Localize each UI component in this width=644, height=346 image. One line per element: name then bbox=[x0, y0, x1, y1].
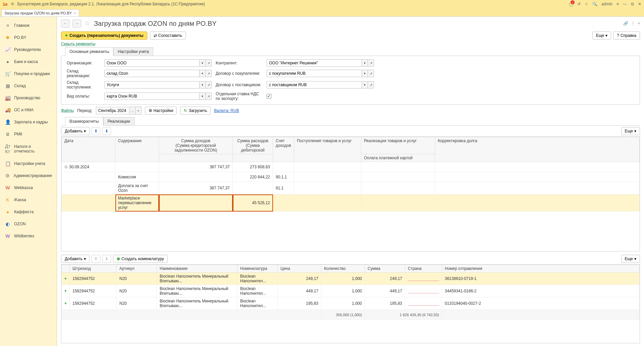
period-spinner-icon[interactable]: ÷ bbox=[136, 107, 142, 115]
dog-pok-input[interactable]: ▾↗ bbox=[267, 70, 374, 77]
dropdown-icon[interactable]: ▾ bbox=[362, 70, 368, 77]
country-empty-field[interactable] bbox=[408, 289, 439, 293]
open-ref-icon[interactable]: ↗ bbox=[368, 59, 374, 67]
open-ref-icon[interactable]: ↗ bbox=[206, 70, 212, 77]
settings-icon[interactable]: ≡ bbox=[616, 2, 619, 6]
period-input[interactable]: … ÷ bbox=[96, 107, 142, 115]
hide-requisites-link[interactable]: Скрыть реквизиты bbox=[57, 41, 644, 47]
history-icon[interactable]: ↺ bbox=[577, 2, 581, 6]
move-down-button[interactable]: ⬇ bbox=[102, 127, 111, 135]
dropdown-icon[interactable]: ▾ bbox=[362, 59, 368, 67]
sidebar-item-6[interactable]: 🏭Производство bbox=[0, 92, 57, 104]
open-ref-icon[interactable]: ↗ bbox=[206, 59, 212, 67]
move-up-button[interactable]: ⬆ bbox=[92, 127, 100, 135]
currency-link[interactable]: Валюта: RUB bbox=[214, 108, 239, 113]
help-button[interactable]: ? Справка bbox=[613, 32, 640, 40]
items-table[interactable]: Штрихкод Артикул Наименование Номенклату… bbox=[61, 264, 640, 343]
dropdown-icon[interactable]: ▾ bbox=[200, 93, 206, 100]
sklad-post-input[interactable]: ▾↗ bbox=[104, 81, 212, 89]
kebab-icon[interactable]: ⋮ bbox=[631, 21, 635, 26]
dropdown-icon[interactable]: ▾ bbox=[200, 59, 206, 67]
settings-button[interactable]: ⚙Настройки bbox=[145, 107, 177, 115]
sidebar-item-14[interactable]: KiKassa bbox=[0, 194, 57, 206]
table-row[interactable]: Доплата за счет Ozon 387 747,37 91.1 bbox=[62, 182, 640, 194]
notification-bell-icon[interactable]: ◯1 bbox=[569, 2, 573, 6]
sidebar-item-1[interactable]: ✱PO.BY bbox=[0, 32, 57, 44]
page-close-icon[interactable]: × bbox=[638, 21, 640, 26]
sidebar-item-3[interactable]: ●Банк и касса bbox=[0, 56, 57, 68]
country-empty-field[interactable] bbox=[408, 276, 439, 281]
tree-collapse-icon[interactable]: ⊖ bbox=[64, 165, 68, 169]
sidebar-item-13[interactable]: WWebkassa bbox=[0, 182, 57, 194]
sidebar-item-5[interactable]: ▦Склад bbox=[0, 80, 57, 92]
tab-accounting-settings[interactable]: Настройки учета bbox=[113, 47, 153, 56]
tab-settlements[interactable]: Взаиморасчеты bbox=[65, 117, 103, 126]
expand-icon[interactable]: + bbox=[64, 301, 67, 306]
menu-burger-icon[interactable]: ≡ bbox=[11, 1, 14, 7]
settlements-table[interactable]: Дата Содержание Сумма доходов(Сумма кред… bbox=[61, 136, 640, 251]
sidebar-item-4[interactable]: 🛒Покупки и продажи bbox=[0, 68, 57, 80]
expand-icon[interactable]: + bbox=[64, 289, 67, 293]
create-nomenclature-button[interactable]: ⊕ Создать номенклатуру bbox=[113, 255, 168, 263]
table-row[interactable]: Комиссия 220 844,22 90.1.1 bbox=[62, 172, 640, 182]
sidebar-item-7[interactable]: 🚚ОС и НМА bbox=[0, 104, 57, 116]
table-row[interactable]: ⊖30.09.2024 387 747,37 273 808,63 bbox=[62, 162, 640, 172]
sidebar-item-15[interactable]: ●Каффеста bbox=[0, 206, 57, 218]
country-empty-field[interactable] bbox=[408, 301, 439, 306]
tab-close-icon[interactable]: × bbox=[74, 11, 76, 15]
search-icon[interactable]: 🔍 bbox=[592, 2, 597, 6]
link-icon[interactable]: 🔗 bbox=[623, 21, 628, 26]
add-button[interactable]: Добавить ▾ bbox=[61, 127, 90, 135]
more-button[interactable]: Еще ▾ bbox=[621, 127, 640, 135]
sidebar-item-8[interactable]: 👤Зарплата и кадры bbox=[0, 116, 57, 128]
col-article: Артикул bbox=[117, 265, 157, 273]
sidebar-item-11[interactable]: 📋Настройки учета bbox=[0, 158, 57, 170]
sidebar-item-10[interactable]: Дт КтНалоги и отчетность bbox=[0, 140, 57, 158]
move-up-button[interactable]: ⬆ bbox=[92, 255, 100, 263]
sidebar-item-0[interactable]: ≡Главное bbox=[0, 19, 57, 32]
dropdown-icon[interactable]: ▾ bbox=[362, 81, 368, 89]
sidebar-item-12[interactable]: ⚙Администрирование bbox=[0, 170, 57, 182]
sidebar-item-9[interactable]: 🖥РМК bbox=[0, 128, 57, 140]
table-row[interactable]: + 1582944752 N20 Bioclean Наполнитель Ми… bbox=[62, 273, 640, 285]
tab-main-requisites[interactable]: Основные реквизиты bbox=[65, 47, 113, 56]
sidebar-item-17[interactable]: WWildberries bbox=[0, 230, 57, 242]
tab-realizations[interactable]: Реализации bbox=[103, 117, 135, 126]
table-row[interactable]: + 1582944752 N20 Bioclean Наполнитель Ми… bbox=[62, 297, 640, 310]
open-ref-icon[interactable]: ↗ bbox=[206, 93, 212, 100]
nav-back-button[interactable]: ← bbox=[61, 19, 70, 27]
dropdown-icon[interactable]: ▾ bbox=[200, 70, 206, 77]
files-link[interactable]: Файлы bbox=[61, 108, 74, 113]
document-tab[interactable]: Загрузка продаж OZON по дням PO.BY × bbox=[1, 9, 79, 16]
minimize-icon[interactable]: — bbox=[623, 2, 627, 6]
create-documents-button[interactable]: ✦Создать (перезаполнить) документы bbox=[61, 32, 147, 40]
table-row[interactable]: Marketplace перевыставление услуг 45 526… bbox=[62, 194, 640, 212]
user-name[interactable]: admin bbox=[601, 2, 612, 6]
dropdown-icon[interactable]: ▾ bbox=[200, 81, 206, 89]
more-button[interactable]: Еще ▾ bbox=[621, 255, 640, 263]
vid-oplaty-input[interactable]: ▾↗ bbox=[104, 93, 212, 100]
org-input[interactable]: ▾↗ bbox=[104, 59, 212, 67]
open-ref-icon[interactable]: ↗ bbox=[368, 81, 374, 89]
load-button[interactable]: ↻Загрузить bbox=[180, 107, 211, 115]
period-ellipsis-icon[interactable]: … bbox=[129, 107, 136, 115]
close-icon[interactable]: ✕ bbox=[638, 2, 641, 6]
dog-post-input[interactable]: ▾↗ bbox=[267, 81, 374, 89]
compare-button[interactable]: ⇄Сопоставить bbox=[150, 32, 186, 40]
nds-checkbox[interactable]: ✓ bbox=[267, 94, 271, 99]
nav-forward-button[interactable]: → bbox=[72, 19, 81, 27]
sklad-real-input[interactable]: ▾↗ bbox=[104, 70, 212, 77]
sidebar-item-16[interactable]: ◐OZON bbox=[0, 218, 57, 230]
open-ref-icon[interactable]: ↗ bbox=[206, 81, 212, 89]
open-ref-icon[interactable]: ↗ bbox=[368, 70, 374, 77]
contragent-input[interactable]: ▾↗ bbox=[267, 59, 374, 67]
add-button[interactable]: Добавить ▾ bbox=[61, 255, 90, 263]
favorite-icon[interactable]: ☆ bbox=[585, 2, 588, 6]
move-down-button[interactable]: ⬇ bbox=[102, 255, 111, 263]
sidebar-item-2[interactable]: 📈Руководителю bbox=[0, 44, 57, 56]
favorite-star-icon[interactable]: ☆ bbox=[85, 20, 90, 27]
table-row[interactable]: + 1582944752 N20 Bioclean Наполнитель Ми… bbox=[62, 285, 640, 297]
more-button[interactable]: Еще ▾ bbox=[592, 32, 611, 40]
expand-icon[interactable]: + bbox=[64, 276, 67, 281]
restore-icon[interactable]: ⧉ bbox=[631, 2, 634, 6]
